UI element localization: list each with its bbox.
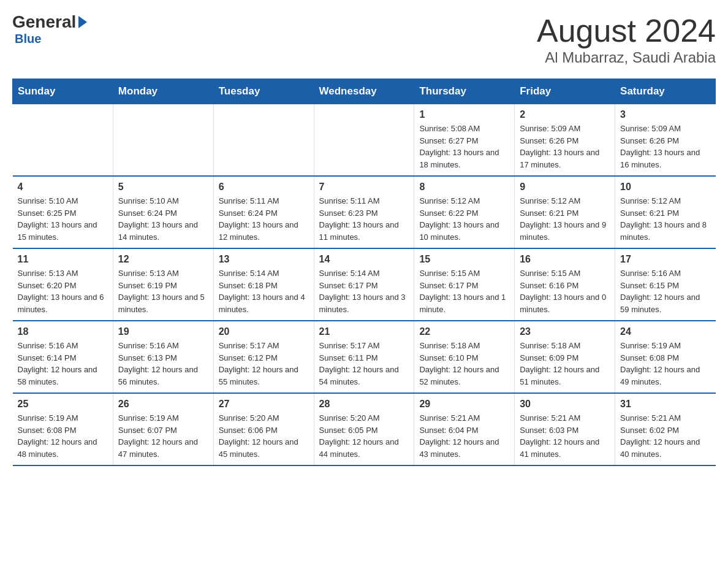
calendar-day-cell: 11Sunrise: 5:13 AM Sunset: 6:20 PM Dayli…	[13, 248, 113, 321]
calendar-day-cell: 19Sunrise: 5:16 AM Sunset: 6:13 PM Dayli…	[113, 321, 213, 393]
day-info: Sunrise: 5:09 AM Sunset: 6:26 PM Dayligh…	[520, 123, 610, 170]
day-number: 4	[18, 182, 108, 193]
day-info: Sunrise: 5:19 AM Sunset: 6:08 PM Dayligh…	[620, 340, 710, 388]
calendar-day-cell: 1Sunrise: 5:08 AM Sunset: 6:27 PM Daylig…	[414, 104, 515, 177]
day-number: 2	[520, 109, 610, 120]
day-number: 11	[18, 254, 108, 265]
calendar-day-cell: 16Sunrise: 5:15 AM Sunset: 6:16 PM Dayli…	[515, 248, 615, 321]
day-number: 29	[419, 399, 509, 410]
calendar-day-cell: 24Sunrise: 5:19 AM Sunset: 6:08 PM Dayli…	[615, 321, 716, 393]
logo-general: General	[12, 12, 87, 32]
calendar-day-cell: 2Sunrise: 5:09 AM Sunset: 6:26 PM Daylig…	[515, 104, 615, 177]
page-subtitle: Al Mubarraz, Saudi Arabia	[537, 49, 716, 66]
day-info: Sunrise: 5:21 AM Sunset: 6:02 PM Dayligh…	[620, 412, 710, 460]
calendar-day-cell: 22Sunrise: 5:18 AM Sunset: 6:10 PM Dayli…	[414, 321, 515, 393]
day-info: Sunrise: 5:12 AM Sunset: 6:21 PM Dayligh…	[520, 195, 610, 243]
day-number: 30	[520, 399, 610, 410]
day-number: 12	[118, 254, 208, 265]
day-number: 19	[118, 326, 208, 337]
day-number: 6	[219, 182, 309, 193]
calendar-day-cell: 8Sunrise: 5:12 AM Sunset: 6:22 PM Daylig…	[414, 176, 515, 248]
day-number: 20	[219, 326, 309, 337]
calendar-day-cell: 4Sunrise: 5:10 AM Sunset: 6:25 PM Daylig…	[13, 176, 113, 248]
calendar-day-cell: 18Sunrise: 5:16 AM Sunset: 6:14 PM Dayli…	[13, 321, 113, 393]
logo-arrow-icon	[78, 16, 87, 28]
day-number: 31	[620, 399, 710, 410]
day-info: Sunrise: 5:21 AM Sunset: 6:03 PM Dayligh…	[520, 412, 610, 460]
day-number: 16	[520, 254, 610, 265]
day-number: 17	[620, 254, 710, 265]
day-number: 13	[219, 254, 309, 265]
day-number: 3	[620, 109, 710, 120]
day-info: Sunrise: 5:18 AM Sunset: 6:09 PM Dayligh…	[520, 340, 610, 388]
day-info: Sunrise: 5:16 AM Sunset: 6:13 PM Dayligh…	[118, 340, 208, 388]
page-header: General Blue August 2024 Al Mubarraz, Sa…	[12, 12, 716, 66]
day-info: Sunrise: 5:11 AM Sunset: 6:23 PM Dayligh…	[319, 195, 409, 243]
day-info: Sunrise: 5:10 AM Sunset: 6:25 PM Dayligh…	[18, 195, 108, 243]
day-info: Sunrise: 5:09 AM Sunset: 6:26 PM Dayligh…	[620, 123, 710, 170]
day-number: 5	[118, 182, 208, 193]
day-info: Sunrise: 5:14 AM Sunset: 6:18 PM Dayligh…	[219, 267, 309, 315]
logo: General Blue	[12, 12, 87, 46]
weekday-header-saturday: Saturday	[615, 79, 716, 104]
day-info: Sunrise: 5:14 AM Sunset: 6:17 PM Dayligh…	[319, 267, 409, 315]
day-number: 26	[118, 399, 208, 410]
calendar-day-cell: 15Sunrise: 5:15 AM Sunset: 6:17 PM Dayli…	[414, 248, 515, 321]
calendar-day-cell: 20Sunrise: 5:17 AM Sunset: 6:12 PM Dayli…	[213, 321, 314, 393]
weekday-header-monday: Monday	[113, 79, 213, 104]
day-number: 23	[520, 326, 610, 337]
calendar-day-cell: 23Sunrise: 5:18 AM Sunset: 6:09 PM Dayli…	[515, 321, 615, 393]
calendar-day-cell: 26Sunrise: 5:19 AM Sunset: 6:07 PM Dayli…	[113, 393, 213, 465]
day-info: Sunrise: 5:13 AM Sunset: 6:19 PM Dayligh…	[118, 267, 208, 315]
calendar-day-cell: 5Sunrise: 5:10 AM Sunset: 6:24 PM Daylig…	[113, 176, 213, 248]
weekday-header-wednesday: Wednesday	[314, 79, 414, 104]
page-title: August 2024	[537, 12, 716, 49]
day-number: 10	[620, 182, 710, 193]
weekday-header-friday: Friday	[515, 79, 615, 104]
calendar-week-row: 4Sunrise: 5:10 AM Sunset: 6:25 PM Daylig…	[13, 176, 716, 248]
day-number: 28	[319, 399, 409, 410]
day-info: Sunrise: 5:18 AM Sunset: 6:10 PM Dayligh…	[419, 340, 509, 388]
day-info: Sunrise: 5:15 AM Sunset: 6:17 PM Dayligh…	[419, 267, 509, 315]
day-number: 1	[419, 109, 509, 120]
day-number: 25	[18, 399, 108, 410]
day-info: Sunrise: 5:12 AM Sunset: 6:22 PM Dayligh…	[419, 195, 509, 243]
calendar-header-row: SundayMondayTuesdayWednesdayThursdayFrid…	[13, 79, 716, 104]
day-info: Sunrise: 5:13 AM Sunset: 6:20 PM Dayligh…	[18, 267, 108, 315]
title-block: August 2024 Al Mubarraz, Saudi Arabia	[537, 12, 716, 66]
day-info: Sunrise: 5:16 AM Sunset: 6:14 PM Dayligh…	[18, 340, 108, 388]
calendar-table: SundayMondayTuesdayWednesdayThursdayFrid…	[12, 79, 716, 466]
calendar-day-cell	[314, 104, 414, 177]
weekday-header-sunday: Sunday	[13, 79, 113, 104]
day-info: Sunrise: 5:11 AM Sunset: 6:24 PM Dayligh…	[219, 195, 309, 243]
day-info: Sunrise: 5:10 AM Sunset: 6:24 PM Dayligh…	[118, 195, 208, 243]
calendar-day-cell: 9Sunrise: 5:12 AM Sunset: 6:21 PM Daylig…	[515, 176, 615, 248]
day-number: 27	[219, 399, 309, 410]
day-info: Sunrise: 5:19 AM Sunset: 6:07 PM Dayligh…	[118, 412, 208, 460]
day-number: 8	[419, 182, 509, 193]
day-number: 9	[520, 182, 610, 193]
calendar-day-cell: 21Sunrise: 5:17 AM Sunset: 6:11 PM Dayli…	[314, 321, 414, 393]
calendar-day-cell	[13, 104, 113, 177]
day-info: Sunrise: 5:21 AM Sunset: 6:04 PM Dayligh…	[419, 412, 509, 460]
logo-general-text: General	[12, 12, 76, 32]
calendar-day-cell: 25Sunrise: 5:19 AM Sunset: 6:08 PM Dayli…	[13, 393, 113, 465]
calendar-day-cell: 28Sunrise: 5:20 AM Sunset: 6:05 PM Dayli…	[314, 393, 414, 465]
calendar-day-cell: 31Sunrise: 5:21 AM Sunset: 6:02 PM Dayli…	[615, 393, 716, 465]
day-info: Sunrise: 5:15 AM Sunset: 6:16 PM Dayligh…	[520, 267, 610, 315]
day-info: Sunrise: 5:17 AM Sunset: 6:11 PM Dayligh…	[319, 340, 409, 388]
calendar-day-cell: 29Sunrise: 5:21 AM Sunset: 6:04 PM Dayli…	[414, 393, 515, 465]
calendar-day-cell: 13Sunrise: 5:14 AM Sunset: 6:18 PM Dayli…	[213, 248, 314, 321]
day-number: 14	[319, 254, 409, 265]
day-number: 18	[18, 326, 108, 337]
calendar-day-cell: 17Sunrise: 5:16 AM Sunset: 6:15 PM Dayli…	[615, 248, 716, 321]
day-number: 24	[620, 326, 710, 337]
calendar-day-cell: 7Sunrise: 5:11 AM Sunset: 6:23 PM Daylig…	[314, 176, 414, 248]
day-number: 22	[419, 326, 509, 337]
day-info: Sunrise: 5:16 AM Sunset: 6:15 PM Dayligh…	[620, 267, 710, 315]
calendar-day-cell: 3Sunrise: 5:09 AM Sunset: 6:26 PM Daylig…	[615, 104, 716, 177]
day-number: 15	[419, 254, 509, 265]
calendar-week-row: 25Sunrise: 5:19 AM Sunset: 6:08 PM Dayli…	[13, 393, 716, 465]
calendar-day-cell: 30Sunrise: 5:21 AM Sunset: 6:03 PM Dayli…	[515, 393, 615, 465]
calendar-day-cell: 10Sunrise: 5:12 AM Sunset: 6:21 PM Dayli…	[615, 176, 716, 248]
